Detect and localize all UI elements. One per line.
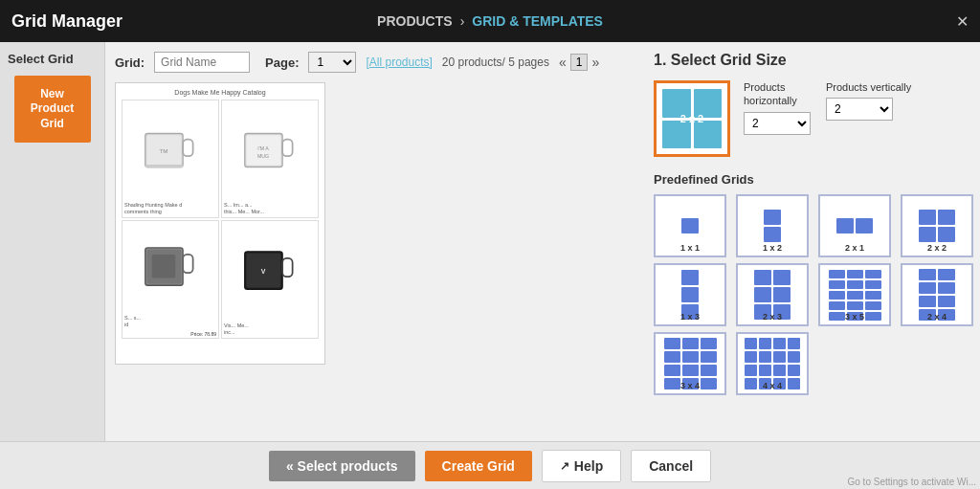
vertical-control: Products vertically 2134 [826, 80, 911, 135]
product-name: Vis... Me...inc... [222, 321, 318, 338]
horizontal-select[interactable]: 2134 [744, 112, 811, 135]
predefined-grid-option[interactable]: 2 x 3 [736, 263, 809, 326]
predefined-grid-option[interactable]: 2 x 1 [818, 194, 891, 257]
breadcrumb-products: PRODUCTS [377, 13, 453, 29]
svg-rect-6 [282, 139, 293, 156]
grid-option-label: 1 x 3 [680, 312, 700, 322]
svg-rect-13 [152, 255, 176, 278]
all-products-link[interactable]: [All products] [366, 56, 432, 69]
page-label: Page: [265, 56, 299, 70]
product-price: Price: 78.89 [122, 330, 218, 338]
next-page-button[interactable]: » [591, 55, 599, 70]
grid-option-label: 2 x 4 [927, 312, 947, 322]
catalog-preview: Dogs Make Me Happy Catalog TM Shading Hu… [115, 82, 325, 365]
watermark: Go to Settings to activate Wi... [843, 475, 980, 489]
grid-label: Grid: [115, 56, 145, 70]
svg-rect-4 [145, 165, 183, 168]
predefined-grid-option[interactable]: 3 x 4 [654, 332, 726, 395]
title-bar: Grid Manager PRODUCTS › GRID & TEMPLATES… [0, 0, 980, 42]
grid-option-label: 1 x 2 [763, 243, 782, 253]
product-name: S... s...id [122, 313, 218, 330]
svg-text:MUG: MUG [257, 153, 269, 159]
toolbar: Grid: Page: 12345 [All products] 20 prod… [115, 52, 631, 73]
product-grid: TM Shading Hunting Make dcomments thing [122, 100, 319, 339]
product-name: Shading Hunting Make dcomments thing [122, 200, 218, 217]
external-link-icon: ↗ [560, 459, 569, 473]
predefined-grid-option[interactable]: 1 x 1 [654, 194, 726, 257]
product-cell: I'M A MUG S... Im... a...this... Me... M… [221, 100, 319, 218]
create-grid-button[interactable]: Create Grid [425, 451, 532, 481]
horizontal-label: Productshorizontally [744, 80, 811, 108]
products-info: 20 products/ 5 pages [442, 56, 549, 69]
vertical-select[interactable]: 2134 [826, 98, 893, 121]
svg-text:V: V [261, 267, 266, 274]
current-page: 1 [570, 54, 589, 71]
help-button[interactable]: ↗ Help [542, 450, 621, 482]
controls-row: Productshorizontally 2134 Products verti… [744, 80, 911, 135]
app-title: Grid Manager [11, 11, 122, 32]
grid-option-label: 4 x 4 [763, 381, 782, 390]
grid-size-section: 2 x 2 Productshorizontally 2134 Products… [654, 80, 967, 157]
breadcrumb: PRODUCTS › GRID & TEMPLATES [377, 13, 603, 29]
product-cell: V Vis... Me...inc... [221, 220, 319, 339]
horizontal-control: Productshorizontally 2134 [744, 80, 811, 135]
predefined-grid-option[interactable]: 2 x 2 [901, 194, 973, 257]
grid-option-label: 2 x 3 [763, 312, 782, 322]
svg-text:I'M A: I'M A [257, 145, 269, 151]
product-cell: TM Shading Hunting Make dcomments thing [122, 100, 219, 218]
prev-page-button[interactable]: « [559, 55, 567, 70]
main-container: Select Grid New Product Grid Grid: Page:… [0, 42, 980, 441]
predefined-grids-container: 1 x 11 x 22 x 12 x 21 x 32 x 33 x 52 x 4… [654, 194, 967, 395]
svg-text:TM: TM [160, 146, 168, 153]
predefined-grid-option[interactable]: 2 x 4 [901, 263, 973, 326]
product-image: V [222, 221, 318, 321]
predefined-grid-option[interactable]: 4 x 4 [736, 332, 809, 395]
product-cell: S... s...id Price: 78.89 [122, 220, 219, 339]
product-image: TM [122, 100, 218, 200]
catalog-title: Dogs Make Me Happy Catalog [122, 89, 319, 96]
svg-rect-15 [282, 258, 293, 277]
sidebar: Select Grid New Product Grid [0, 42, 105, 441]
vertical-label: Products vertically [826, 80, 911, 94]
product-image: I'M A MUG [222, 100, 318, 200]
svg-rect-1 [183, 139, 193, 156]
select-products-button[interactable]: « Select products [269, 451, 415, 481]
page-select[interactable]: 12345 [308, 52, 356, 73]
new-product-grid-button[interactable]: New Product Grid [14, 76, 91, 143]
panel-title: 1. Select Grid Size [654, 52, 967, 69]
predefined-grid-option[interactable]: 1 x 2 [736, 194, 809, 257]
close-button[interactable]: ✕ [956, 12, 969, 31]
grid-option-label: 2 x 1 [845, 243, 864, 253]
predefined-grid-option[interactable]: 3 x 5 [818, 263, 891, 326]
product-name: S... Im... a...this... Me... Mor... [222, 200, 318, 217]
content-area: Grid: Page: 12345 [All products] 20 prod… [105, 42, 640, 441]
pagination: « 1 » [559, 54, 599, 71]
right-panel: 1. Select Grid Size 2 x 2 Productshorizo… [640, 42, 980, 441]
grid-option-label: 1 x 1 [680, 243, 700, 253]
selected-grid-label: 2 x 2 [680, 113, 703, 124]
breadcrumb-arrow: › [460, 13, 465, 29]
footer-bar: « Select products Create Grid ↗ Help Can… [0, 441, 980, 489]
grid-option-label: 3 x 5 [845, 312, 864, 322]
grid-name-input[interactable] [154, 52, 250, 73]
sidebar-title: Select Grid [8, 52, 74, 66]
grid-option-label: 3 x 4 [680, 381, 700, 390]
cancel-button[interactable]: Cancel [631, 450, 711, 482]
selected-grid-box: 2 x 2 [654, 80, 730, 157]
svg-rect-11 [183, 255, 193, 273]
breadcrumb-grid-templates: GRID & TEMPLATES [472, 13, 603, 29]
product-image [122, 221, 218, 313]
predefined-grid-option[interactable]: 1 x 3 [654, 263, 726, 326]
predefined-title: Predefined Grids [654, 172, 967, 187]
grid-option-label: 2 x 2 [927, 243, 947, 253]
